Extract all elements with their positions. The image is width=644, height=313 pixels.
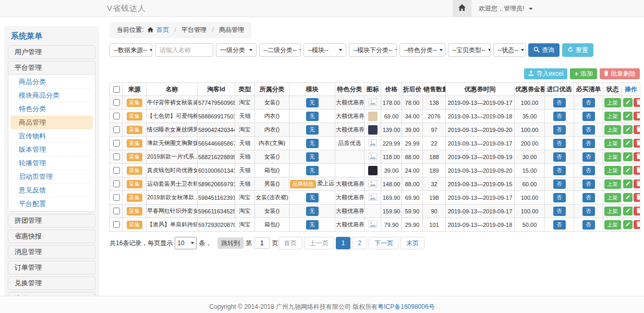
module-badge[interactable]: 无 [306, 166, 319, 175]
sidebar-item[interactable]: 特色分类 [10, 102, 93, 116]
edit-button[interactable] [623, 112, 633, 121]
module-badge[interactable]: 无 [306, 98, 319, 107]
filter-select[interactable]: 一级分类 [216, 43, 257, 57]
edit-button[interactable] [623, 166, 633, 175]
delete-button[interactable] [634, 112, 640, 121]
edit-button[interactable] [623, 139, 633, 148]
must-buy-badge[interactable]: 否 [582, 193, 595, 202]
row-checkbox[interactable] [113, 208, 120, 214]
row-checkbox[interactable] [113, 221, 120, 228]
delete-button[interactable] [634, 179, 640, 188]
jump-button[interactable]: 跳转到 [217, 237, 244, 249]
delete-button[interactable] [634, 152, 640, 161]
topbar-home-button[interactable] [453, 0, 471, 17]
page-number-input[interactable] [254, 237, 270, 249]
import-select-badge[interactable]: 否 [553, 179, 566, 189]
import-select-badge[interactable]: 否 [553, 152, 566, 162]
filter-select[interactable]: --模块-- [303, 43, 346, 57]
status-badge[interactable]: 上架 [604, 125, 621, 135]
search-name-input[interactable] [155, 43, 213, 57]
sidebar-section-header[interactable]: 订单管理 [8, 261, 95, 274]
status-badge[interactable]: 上架 [604, 166, 621, 175]
row-checkbox[interactable] [113, 126, 120, 133]
must-buy-badge[interactable]: 否 [582, 112, 595, 121]
row-checkbox[interactable] [113, 180, 120, 187]
delete-button[interactable] [634, 166, 640, 175]
status-badge[interactable]: 上架 [604, 139, 621, 148]
sidebar-section-header[interactable]: 用户管理 [8, 46, 95, 58]
edit-button[interactable] [623, 98, 633, 107]
module-badge[interactable]: 无 [306, 112, 319, 121]
edit-button[interactable] [623, 125, 633, 134]
pagination-button[interactable]: 2 [352, 237, 367, 249]
sidebar-item[interactable]: 商品分类 [10, 75, 93, 89]
status-badge[interactable]: 上架 [604, 179, 621, 189]
module-badge[interactable]: 无 [306, 152, 319, 162]
status-badge[interactable]: 上架 [604, 207, 621, 216]
module-badge[interactable]: 无 [306, 139, 319, 148]
module-badge[interactable]: 无 [306, 207, 319, 216]
pagination-button[interactable]: 首页 [278, 237, 302, 249]
sidebar-item[interactable]: 版本管理 [10, 143, 93, 156]
delete-button[interactable] [634, 139, 640, 148]
icp-link[interactable]: 粤ICP备16098006号 [378, 303, 434, 310]
module-badge[interactable]: 无 [306, 220, 319, 230]
edit-button[interactable] [623, 193, 633, 202]
status-badge[interactable]: 上架 [604, 112, 621, 121]
row-checkbox[interactable] [113, 167, 120, 174]
sidebar-section-header[interactable]: 平台管理 [8, 62, 95, 74]
row-checkbox[interactable] [113, 113, 120, 119]
status-badge[interactable]: 上架 [604, 220, 621, 230]
import-select-badge[interactable]: 否 [553, 207, 566, 216]
status-badge[interactable]: 上架 [604, 98, 621, 107]
must-buy-badge[interactable]: 否 [582, 98, 595, 107]
sidebar-item[interactable]: 意见反馈 [10, 184, 93, 197]
select-all-checkbox[interactable] [113, 86, 120, 93]
import-select-badge[interactable]: 否 [553, 220, 566, 230]
status-badge[interactable]: 上架 [604, 152, 621, 162]
sidebar-item[interactable]: 启动页管理 [10, 170, 93, 184]
module-badge[interactable]: 品牌精选 [290, 180, 316, 188]
sidebar-item[interactable]: 宣传物料 [10, 129, 93, 143]
import-select-badge[interactable]: 否 [553, 98, 566, 107]
page-size-select[interactable]: 10 [175, 237, 197, 249]
row-checkbox[interactable] [113, 140, 120, 147]
sidebar-item[interactable]: 平台配置 [10, 197, 93, 211]
must-buy-badge[interactable]: 否 [582, 220, 595, 230]
search-button[interactable]: 查询 [528, 43, 560, 57]
add-button[interactable]: + 添加 [570, 68, 597, 79]
must-buy-badge[interactable]: 否 [582, 166, 595, 175]
module-badge[interactable]: 无 [306, 125, 319, 135]
sidebar-section-header[interactable]: 省惠快报 [8, 230, 95, 243]
sidebar-section-header[interactable]: 消息管理 [8, 246, 95, 258]
pagination-button[interactable]: 下一页 [369, 237, 399, 249]
must-buy-badge[interactable]: 否 [582, 125, 595, 135]
import-select-badge[interactable]: 否 [553, 166, 566, 175]
edit-button[interactable] [623, 152, 633, 161]
user-menu[interactable]: 欢迎您，管理员! [479, 0, 533, 17]
delete-button[interactable] [634, 220, 640, 229]
filter-select[interactable]: --状态-- [493, 43, 526, 57]
filter-select[interactable]: --宝贝类型-- [448, 43, 491, 57]
delete-button[interactable] [634, 125, 640, 134]
batch-delete-button[interactable]: 批量删除 [600, 68, 640, 79]
filter-select[interactable]: --特色分类-- [399, 43, 445, 57]
import-select-badge[interactable]: 否 [553, 139, 566, 148]
sidebar-section-header[interactable]: 兑换管理 [8, 277, 95, 290]
filter-select[interactable]: --数据来源-- [110, 43, 152, 57]
filter-select[interactable]: --二级分类-- [259, 43, 301, 57]
edit-button[interactable] [623, 220, 633, 229]
edit-button[interactable] [623, 179, 633, 188]
must-buy-badge[interactable]: 否 [582, 152, 595, 162]
pagination-button[interactable]: 1 [336, 237, 351, 249]
pagination-button[interactable]: 上一页 [304, 237, 334, 249]
sidebar-section-header[interactable]: 拼团管理 [8, 214, 95, 227]
import-select-badge[interactable]: 否 [553, 112, 566, 121]
row-checkbox[interactable] [113, 153, 120, 160]
pagination-button[interactable]: 末页 [400, 237, 424, 249]
import-select-badge[interactable]: 否 [553, 193, 566, 202]
reset-button[interactable]: 重置 [562, 43, 593, 57]
edit-button[interactable] [623, 207, 633, 215]
row-checkbox[interactable] [113, 194, 120, 201]
import-select-badge[interactable]: 否 [553, 125, 566, 135]
